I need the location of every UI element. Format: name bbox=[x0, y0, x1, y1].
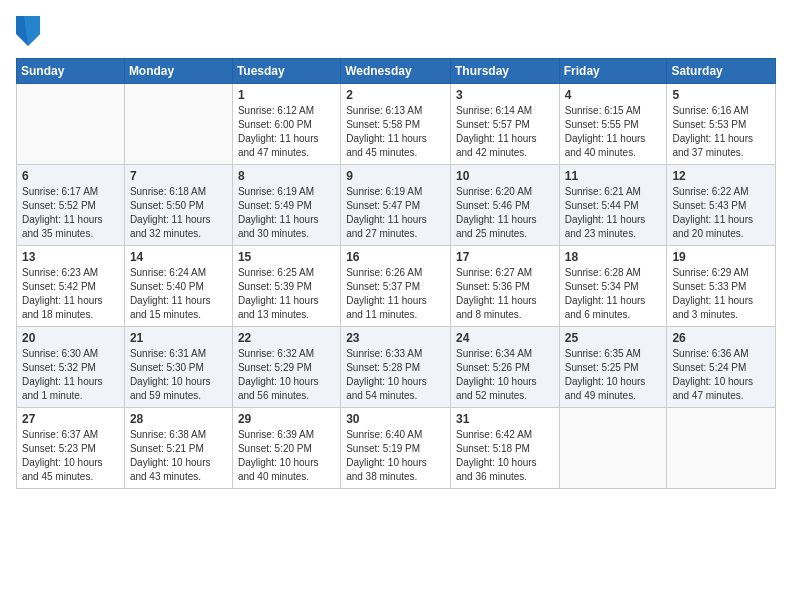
week-row-5: 27Sunrise: 6:37 AM Sunset: 5:23 PM Dayli… bbox=[17, 408, 776, 489]
calendar-cell: 30Sunrise: 6:40 AM Sunset: 5:19 PM Dayli… bbox=[341, 408, 451, 489]
header bbox=[16, 16, 776, 46]
cell-content: Sunrise: 6:38 AM Sunset: 5:21 PM Dayligh… bbox=[130, 428, 227, 484]
week-row-3: 13Sunrise: 6:23 AM Sunset: 5:42 PM Dayli… bbox=[17, 246, 776, 327]
day-number: 9 bbox=[346, 169, 445, 183]
day-number: 14 bbox=[130, 250, 227, 264]
cell-content: Sunrise: 6:25 AM Sunset: 5:39 PM Dayligh… bbox=[238, 266, 335, 322]
calendar-cell: 8Sunrise: 6:19 AM Sunset: 5:49 PM Daylig… bbox=[232, 165, 340, 246]
day-number: 28 bbox=[130, 412, 227, 426]
day-number: 11 bbox=[565, 169, 662, 183]
cell-content: Sunrise: 6:22 AM Sunset: 5:43 PM Dayligh… bbox=[672, 185, 770, 241]
week-row-1: 1Sunrise: 6:12 AM Sunset: 6:00 PM Daylig… bbox=[17, 84, 776, 165]
logo-icon bbox=[16, 16, 40, 46]
calendar-cell: 16Sunrise: 6:26 AM Sunset: 5:37 PM Dayli… bbox=[341, 246, 451, 327]
calendar-cell: 4Sunrise: 6:15 AM Sunset: 5:55 PM Daylig… bbox=[559, 84, 667, 165]
calendar-cell: 17Sunrise: 6:27 AM Sunset: 5:36 PM Dayli… bbox=[450, 246, 559, 327]
day-number: 3 bbox=[456, 88, 554, 102]
week-row-4: 20Sunrise: 6:30 AM Sunset: 5:32 PM Dayli… bbox=[17, 327, 776, 408]
day-number: 2 bbox=[346, 88, 445, 102]
weekday-header-thursday: Thursday bbox=[450, 59, 559, 84]
calendar-cell: 11Sunrise: 6:21 AM Sunset: 5:44 PM Dayli… bbox=[559, 165, 667, 246]
day-number: 26 bbox=[672, 331, 770, 345]
cell-content: Sunrise: 6:15 AM Sunset: 5:55 PM Dayligh… bbox=[565, 104, 662, 160]
calendar-cell: 2Sunrise: 6:13 AM Sunset: 5:58 PM Daylig… bbox=[341, 84, 451, 165]
cell-content: Sunrise: 6:28 AM Sunset: 5:34 PM Dayligh… bbox=[565, 266, 662, 322]
weekday-header-tuesday: Tuesday bbox=[232, 59, 340, 84]
weekday-header-wednesday: Wednesday bbox=[341, 59, 451, 84]
calendar-cell: 20Sunrise: 6:30 AM Sunset: 5:32 PM Dayli… bbox=[17, 327, 125, 408]
cell-content: Sunrise: 6:37 AM Sunset: 5:23 PM Dayligh… bbox=[22, 428, 119, 484]
day-number: 13 bbox=[22, 250, 119, 264]
cell-content: Sunrise: 6:36 AM Sunset: 5:24 PM Dayligh… bbox=[672, 347, 770, 403]
calendar-cell: 10Sunrise: 6:20 AM Sunset: 5:46 PM Dayli… bbox=[450, 165, 559, 246]
day-number: 22 bbox=[238, 331, 335, 345]
weekday-header-saturday: Saturday bbox=[667, 59, 776, 84]
cell-content: Sunrise: 6:32 AM Sunset: 5:29 PM Dayligh… bbox=[238, 347, 335, 403]
calendar-cell: 19Sunrise: 6:29 AM Sunset: 5:33 PM Dayli… bbox=[667, 246, 776, 327]
day-number: 23 bbox=[346, 331, 445, 345]
cell-content: Sunrise: 6:18 AM Sunset: 5:50 PM Dayligh… bbox=[130, 185, 227, 241]
calendar-cell: 26Sunrise: 6:36 AM Sunset: 5:24 PM Dayli… bbox=[667, 327, 776, 408]
cell-content: Sunrise: 6:23 AM Sunset: 5:42 PM Dayligh… bbox=[22, 266, 119, 322]
day-number: 15 bbox=[238, 250, 335, 264]
day-number: 19 bbox=[672, 250, 770, 264]
cell-content: Sunrise: 6:14 AM Sunset: 5:57 PM Dayligh… bbox=[456, 104, 554, 160]
day-number: 30 bbox=[346, 412, 445, 426]
calendar-cell: 25Sunrise: 6:35 AM Sunset: 5:25 PM Dayli… bbox=[559, 327, 667, 408]
calendar-table: SundayMondayTuesdayWednesdayThursdayFrid… bbox=[16, 58, 776, 489]
calendar-cell: 24Sunrise: 6:34 AM Sunset: 5:26 PM Dayli… bbox=[450, 327, 559, 408]
cell-content: Sunrise: 6:39 AM Sunset: 5:20 PM Dayligh… bbox=[238, 428, 335, 484]
weekday-header-friday: Friday bbox=[559, 59, 667, 84]
calendar-cell bbox=[17, 84, 125, 165]
cell-content: Sunrise: 6:13 AM Sunset: 5:58 PM Dayligh… bbox=[346, 104, 445, 160]
day-number: 21 bbox=[130, 331, 227, 345]
calendar-cell: 5Sunrise: 6:16 AM Sunset: 5:53 PM Daylig… bbox=[667, 84, 776, 165]
weekday-header-monday: Monday bbox=[124, 59, 232, 84]
calendar-cell: 22Sunrise: 6:32 AM Sunset: 5:29 PM Dayli… bbox=[232, 327, 340, 408]
cell-content: Sunrise: 6:29 AM Sunset: 5:33 PM Dayligh… bbox=[672, 266, 770, 322]
day-number: 6 bbox=[22, 169, 119, 183]
week-row-2: 6Sunrise: 6:17 AM Sunset: 5:52 PM Daylig… bbox=[17, 165, 776, 246]
weekday-header-row: SundayMondayTuesdayWednesdayThursdayFrid… bbox=[17, 59, 776, 84]
cell-content: Sunrise: 6:34 AM Sunset: 5:26 PM Dayligh… bbox=[456, 347, 554, 403]
cell-content: Sunrise: 6:17 AM Sunset: 5:52 PM Dayligh… bbox=[22, 185, 119, 241]
calendar-cell: 12Sunrise: 6:22 AM Sunset: 5:43 PM Dayli… bbox=[667, 165, 776, 246]
calendar-cell: 31Sunrise: 6:42 AM Sunset: 5:18 PM Dayli… bbox=[450, 408, 559, 489]
cell-content: Sunrise: 6:20 AM Sunset: 5:46 PM Dayligh… bbox=[456, 185, 554, 241]
calendar-cell: 7Sunrise: 6:18 AM Sunset: 5:50 PM Daylig… bbox=[124, 165, 232, 246]
cell-content: Sunrise: 6:24 AM Sunset: 5:40 PM Dayligh… bbox=[130, 266, 227, 322]
calendar-cell: 18Sunrise: 6:28 AM Sunset: 5:34 PM Dayli… bbox=[559, 246, 667, 327]
day-number: 31 bbox=[456, 412, 554, 426]
calendar-cell: 1Sunrise: 6:12 AM Sunset: 6:00 PM Daylig… bbox=[232, 84, 340, 165]
cell-content: Sunrise: 6:19 AM Sunset: 5:49 PM Dayligh… bbox=[238, 185, 335, 241]
cell-content: Sunrise: 6:30 AM Sunset: 5:32 PM Dayligh… bbox=[22, 347, 119, 403]
cell-content: Sunrise: 6:21 AM Sunset: 5:44 PM Dayligh… bbox=[565, 185, 662, 241]
day-number: 24 bbox=[456, 331, 554, 345]
calendar-cell: 13Sunrise: 6:23 AM Sunset: 5:42 PM Dayli… bbox=[17, 246, 125, 327]
calendar-cell: 27Sunrise: 6:37 AM Sunset: 5:23 PM Dayli… bbox=[17, 408, 125, 489]
cell-content: Sunrise: 6:35 AM Sunset: 5:25 PM Dayligh… bbox=[565, 347, 662, 403]
day-number: 5 bbox=[672, 88, 770, 102]
weekday-header-sunday: Sunday bbox=[17, 59, 125, 84]
cell-content: Sunrise: 6:16 AM Sunset: 5:53 PM Dayligh… bbox=[672, 104, 770, 160]
cell-content: Sunrise: 6:33 AM Sunset: 5:28 PM Dayligh… bbox=[346, 347, 445, 403]
calendar-cell: 6Sunrise: 6:17 AM Sunset: 5:52 PM Daylig… bbox=[17, 165, 125, 246]
page: SundayMondayTuesdayWednesdayThursdayFrid… bbox=[0, 0, 792, 612]
day-number: 29 bbox=[238, 412, 335, 426]
calendar-cell: 9Sunrise: 6:19 AM Sunset: 5:47 PM Daylig… bbox=[341, 165, 451, 246]
calendar-cell: 3Sunrise: 6:14 AM Sunset: 5:57 PM Daylig… bbox=[450, 84, 559, 165]
day-number: 12 bbox=[672, 169, 770, 183]
calendar-cell: 28Sunrise: 6:38 AM Sunset: 5:21 PM Dayli… bbox=[124, 408, 232, 489]
day-number: 1 bbox=[238, 88, 335, 102]
calendar-cell bbox=[559, 408, 667, 489]
calendar-cell: 21Sunrise: 6:31 AM Sunset: 5:30 PM Dayli… bbox=[124, 327, 232, 408]
day-number: 18 bbox=[565, 250, 662, 264]
calendar-cell bbox=[667, 408, 776, 489]
cell-content: Sunrise: 6:31 AM Sunset: 5:30 PM Dayligh… bbox=[130, 347, 227, 403]
day-number: 27 bbox=[22, 412, 119, 426]
calendar-cell: 23Sunrise: 6:33 AM Sunset: 5:28 PM Dayli… bbox=[341, 327, 451, 408]
cell-content: Sunrise: 6:26 AM Sunset: 5:37 PM Dayligh… bbox=[346, 266, 445, 322]
day-number: 17 bbox=[456, 250, 554, 264]
cell-content: Sunrise: 6:19 AM Sunset: 5:47 PM Dayligh… bbox=[346, 185, 445, 241]
calendar-cell: 14Sunrise: 6:24 AM Sunset: 5:40 PM Dayli… bbox=[124, 246, 232, 327]
